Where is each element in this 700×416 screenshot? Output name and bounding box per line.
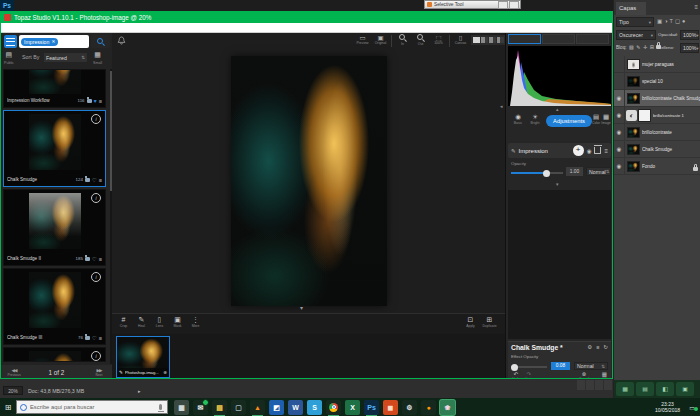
info-icon[interactable]: i	[91, 193, 101, 203]
layer-thumbnail[interactable]	[627, 76, 640, 87]
layer-thumbnail[interactable]	[627, 93, 640, 104]
layer-name[interactable]: brillo/contraste Chalk Smudge II	[642, 96, 700, 101]
taskbar-app-icon[interactable]: ⚙	[402, 400, 417, 415]
color-button[interactable]: ▤Color	[591, 113, 601, 125]
layer-name[interactable]: mujer paraguas	[642, 62, 700, 67]
layer-row[interactable]: ◉ ◐ brillo/contraste	[614, 124, 700, 141]
panel-collapse-arrow-icon[interactable]: ◂	[500, 103, 503, 109]
delete-trash-icon[interactable]	[594, 147, 601, 154]
histogram-tab[interactable]	[508, 34, 541, 44]
share-gear-icon[interactable]: ⚙	[587, 344, 592, 350]
favorite-heart-icon[interactable]	[92, 177, 97, 183]
lock-pixels-icon[interactable]: ✎	[636, 44, 640, 50]
thumbs-up-icon[interactable]	[87, 99, 92, 103]
layer-thumbnail[interactable]	[627, 59, 640, 70]
topaz-titlebar[interactable]: Topaz Studio V1.10.1 - Photoshop-image @…	[0, 11, 613, 23]
effect-menu-icon[interactable]: ≡	[596, 344, 599, 350]
split-view-toggle[interactable]	[481, 37, 488, 43]
strip-action-button[interactable]: ⊞ Duplicate	[482, 316, 497, 328]
taskbar-app-icon[interactable]: ◩	[269, 400, 284, 415]
capas-tab[interactable]: Capas	[616, 2, 646, 15]
layer-visibility-toggle[interactable]: ◉	[614, 73, 625, 89]
notifications-bell-icon[interactable]	[117, 36, 126, 45]
edit-tool-button[interactable]: # Crop	[116, 316, 131, 328]
dual-view-toggle[interactable]	[497, 37, 504, 43]
single-view-toggle[interactable]	[473, 37, 480, 43]
lock-artboard-icon[interactable]: ⊞	[650, 44, 654, 50]
lock-transparency-icon[interactable]: ▨	[629, 44, 634, 50]
opacity-value-select[interactable]: 100%▾	[680, 30, 699, 40]
preset-menu-icon[interactable]: ≡	[99, 256, 102, 262]
histogram-tab[interactable]	[542, 34, 575, 44]
layer-thumbnail[interactable]	[627, 127, 640, 138]
layer-row[interactable]: ◉ ◐ brillo/contraste Chalk Smudge II	[614, 90, 700, 107]
edited-image-preview[interactable]	[231, 56, 387, 306]
visibility-eye-icon[interactable]: ◉	[587, 148, 592, 154]
thumbs-up-icon[interactable]	[85, 336, 90, 340]
layer-row[interactable]: ◉ ◐ Chalk Smudge	[614, 141, 700, 158]
taskbar-app-icon[interactable]: ▦	[174, 400, 189, 415]
preset-card[interactable]: i Chalk Smudge 124 ≡	[3, 110, 106, 187]
image-button[interactable]: ▦Image	[601, 113, 611, 125]
zoom-100-button[interactable]: ⬚100%	[431, 34, 446, 45]
collapse-adjustment-chevron-icon[interactable]: ▾	[556, 181, 559, 187]
basic-adjustments-button[interactable]: ◉Basic	[510, 113, 526, 125]
reset-icon[interactable]: ↻	[603, 344, 608, 350]
edit-tool-button[interactable]: ▯ Lens	[152, 316, 167, 328]
public-filter-button[interactable]: ▤Public	[4, 51, 14, 67]
layer-thumbnail[interactable]	[627, 161, 640, 172]
layer-visibility-toggle[interactable]: ◉	[614, 158, 625, 174]
chip-remove-icon[interactable]: ✕	[51, 39, 55, 44]
layer-thumbnail[interactable]	[627, 144, 640, 155]
edit-tool-button[interactable]: ▣ Mask	[170, 316, 185, 328]
selective-tool-window-button[interactable]	[498, 1, 508, 9]
taskbar-app-icon[interactable]: ▲	[250, 400, 265, 415]
next-page-button[interactable]: ▶▶Next	[86, 368, 112, 377]
layer-row[interactable]: ◉ ◐ mujer paraguas	[614, 56, 700, 73]
brightness-button[interactable]: ☀Bright	[527, 113, 543, 125]
effect-opacity-value[interactable]: 0.08	[551, 362, 570, 370]
selective-tool-window-button[interactable]	[509, 1, 519, 9]
side-by-side-view-toggle[interactable]	[489, 37, 496, 43]
layer-row[interactable]: ◉ ◐ brillo/contraste 1	[614, 107, 700, 124]
taskbar-app-icon[interactable]: ▤	[212, 400, 227, 415]
favorite-heart-icon[interactable]	[94, 98, 97, 104]
preset-card[interactable]: i Chalk Smudge III 76 ≡	[3, 268, 106, 345]
strip-action-button[interactable]: ⊡ Apply	[463, 316, 478, 328]
document-zoom-level[interactable]: 20%	[3, 386, 23, 395]
canvas-fit-button[interactable]: ▯Canvas	[453, 34, 468, 45]
plugin-footer-button[interactable]	[604, 380, 612, 390]
slider-knob[interactable]	[543, 170, 550, 177]
taskbar-app-icon[interactable]: ◼	[383, 400, 398, 415]
layer-name[interactable]: brillo/contraste 1	[653, 113, 700, 118]
thumbs-up-icon[interactable]	[85, 257, 90, 261]
lock-position-icon[interactable]: ✛	[643, 44, 647, 50]
preset-card[interactable]: i Impression Workflow 116 ≡	[3, 69, 106, 108]
preview-button[interactable]: ▭Preview	[355, 34, 370, 45]
sidebar-menu-icon[interactable]	[4, 35, 17, 48]
search-filter-chip[interactable]: Impression✕	[21, 38, 58, 46]
dock-tile-icon[interactable]: ▦	[616, 382, 634, 396]
adjustment-menu-icon[interactable]: ≡	[604, 148, 608, 154]
info-icon[interactable]: i	[91, 351, 101, 361]
impression-opacity-slider[interactable]	[511, 172, 563, 174]
filter-type-icon[interactable]: T	[670, 18, 673, 24]
zoom-out-button[interactable]: Out	[413, 34, 428, 46]
taskbar-app-icon[interactable]: ❀	[440, 400, 455, 415]
taskbar-app-icon[interactable]: ✉	[193, 400, 208, 415]
blend-mode-select[interactable]: Oscurecer▾	[616, 30, 656, 40]
preset-menu-icon[interactable]: ≡	[99, 177, 102, 183]
preset-menu-icon[interactable]: ≡	[99, 335, 102, 341]
info-icon[interactable]: i	[91, 114, 101, 124]
taskbar-clock[interactable]: 23:23 10/05/2018	[655, 401, 680, 414]
start-button[interactable]: ⊞	[0, 403, 16, 412]
original-button[interactable]: ▣Original	[373, 34, 388, 45]
filter-adjustment-icon[interactable]: ◑	[664, 18, 667, 24]
zoom-in-button[interactable]: In	[395, 34, 410, 46]
layer-visibility-toggle[interactable]: ◉	[614, 90, 625, 106]
edit-tool-button[interactable]: ⋮ More	[188, 316, 203, 328]
fill-value-select[interactable]: 100%▾	[680, 43, 699, 53]
plugin-footer-button[interactable]	[577, 380, 585, 390]
notification-center-icon[interactable]: ▭	[684, 404, 700, 411]
taskbar-app-icon[interactable]: ●	[421, 400, 436, 415]
